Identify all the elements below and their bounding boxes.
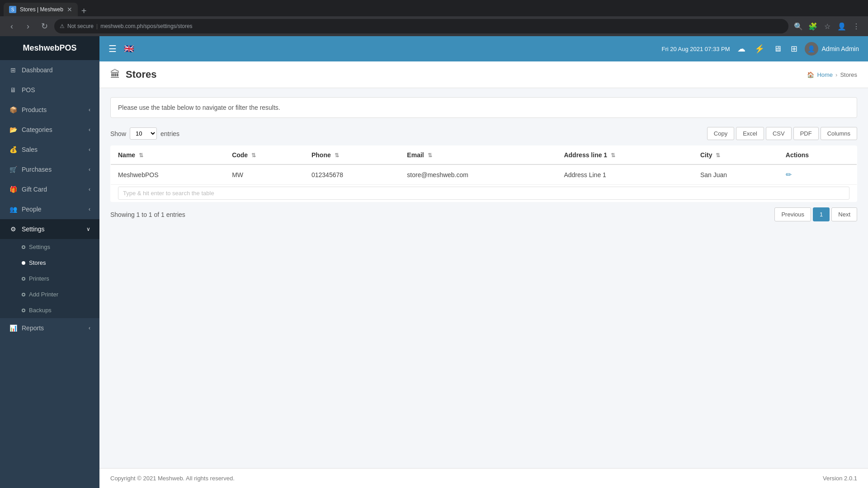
forward-button[interactable]: › <box>22 20 34 33</box>
sidebar-label-categories: Categories <box>22 126 52 133</box>
sidebar-label-people: People <box>22 206 42 213</box>
info-box: Please use the table below to navigate o… <box>110 97 857 118</box>
back-button[interactable]: ‹ <box>5 20 18 33</box>
entries-select[interactable]: 10 25 50 100 <box>130 127 157 140</box>
cell-code: MW <box>225 164 304 185</box>
page-icon: 🏛 <box>110 69 120 80</box>
sidebar-item-purchases[interactable]: 🛒 Purchases ‹ <box>0 160 99 179</box>
sidebar-label-settings: Settings <box>22 225 45 233</box>
backups-dot <box>22 309 25 312</box>
purchases-icon: 🛒 <box>9 166 17 173</box>
add-printer-dot <box>22 293 25 296</box>
reload-button[interactable]: ↻ <box>38 20 51 33</box>
sidebar-sub-label-printers: Printers <box>29 275 49 282</box>
flag-icon[interactable]: 🇬🇧 <box>124 44 134 54</box>
sidebar-item-dashboard[interactable]: ⊞ Dashboard <box>0 60 99 80</box>
search-toolbar-button[interactable]: 🔍 <box>792 20 805 33</box>
breadcrumb-home[interactable]: Home <box>817 71 833 78</box>
col-email[interactable]: Email ⇅ <box>400 146 557 165</box>
header-datetime: Fri 20 Aug 2021 07:33 PM <box>661 46 730 52</box>
showing-info: Showing 1 to 1 of 1 entries <box>110 211 185 218</box>
sidebar-item-products[interactable]: 📦 Products ‹ <box>0 100 99 120</box>
sort-city-icon: ⇅ <box>716 152 720 159</box>
profile-button[interactable]: 👤 <box>835 20 848 33</box>
search-row <box>111 185 857 202</box>
bookmark-button[interactable]: ☆ <box>821 20 834 33</box>
sidebar-label-purchases: Purchases <box>22 166 52 173</box>
sidebar-sub-printers[interactable]: Printers <box>0 271 99 286</box>
browser-tab-active[interactable]: S Stores | Meshweb ✕ <box>4 3 78 16</box>
settings-dot <box>22 245 25 249</box>
categories-icon: 📂 <box>9 126 17 133</box>
excel-button[interactable]: Excel <box>736 127 764 140</box>
sidebar-sub-stores[interactable]: Stores <box>0 255 99 271</box>
sidebar-item-pos[interactable]: 🖥 POS <box>0 80 99 100</box>
hamburger-button[interactable]: ☰ <box>108 43 117 54</box>
table-row: MeshwebPOS MW 012345678 store@meshweb.co… <box>111 164 857 185</box>
sidebar-label-giftcard: Gift Card <box>22 186 47 193</box>
cell-actions: ✏ <box>778 164 857 185</box>
tab-title: Stores | Meshweb <box>20 6 63 13</box>
monitor-icon[interactable]: 🖥 <box>772 42 783 56</box>
categories-arrow: ‹ <box>89 127 90 133</box>
sidebar-item-giftcard[interactable]: 🎁 Gift Card ‹ <box>0 179 99 199</box>
next-button[interactable]: Next <box>831 207 857 221</box>
page-1-button[interactable]: 1 <box>813 207 830 221</box>
settings-submenu: Settings Stores Printers Add Printer Bac… <box>0 239 99 318</box>
csv-button[interactable]: CSV <box>766 127 792 140</box>
pdf-button[interactable]: PDF <box>793 127 819 140</box>
grid-icon[interactable]: ⊞ <box>789 42 799 56</box>
sidebar-label-products: Products <box>22 106 47 113</box>
products-arrow: ‹ <box>89 107 90 113</box>
sidebar-sub-settings[interactable]: Settings <box>0 239 99 255</box>
cloud-icon[interactable]: ☁ <box>736 42 747 56</box>
stores-dot <box>22 261 25 265</box>
col-actions: Actions <box>778 146 857 165</box>
show-entries: Show 10 25 50 100 entries <box>110 127 179 140</box>
browser-tabs: S Stores | Meshweb ✕ + <box>4 0 90 16</box>
export-buttons: Copy Excel CSV PDF Columns <box>707 127 857 140</box>
settings-arrow: ∨ <box>86 226 90 232</box>
extensions-button[interactable]: 🧩 <box>807 20 819 33</box>
sort-code-icon: ⇅ <box>251 152 256 159</box>
content-header: 🏛 Stores 🏠 Home › Stores <box>99 61 868 88</box>
people-arrow: ‹ <box>89 206 90 212</box>
network-icon[interactable]: ⚡ <box>753 42 766 56</box>
table-footer: Showing 1 to 1 of 1 entries Previous 1 N… <box>110 207 857 221</box>
dashboard-icon: ⊞ <box>9 66 17 74</box>
col-city[interactable]: City ⇅ <box>693 146 778 165</box>
security-label: Not secure <box>67 23 94 29</box>
cell-address: Address Line 1 <box>557 164 693 185</box>
copy-button[interactable]: Copy <box>707 127 734 140</box>
sidebar-label-dashboard: Dashboard <box>22 66 53 74</box>
sidebar-item-categories[interactable]: 📂 Categories ‹ <box>0 120 99 140</box>
cell-phone: 012345678 <box>304 164 400 185</box>
col-name[interactable]: Name ⇅ <box>111 146 225 165</box>
table-search-input[interactable] <box>118 187 849 200</box>
header-user[interactable]: 👤 Admin Admin <box>805 42 859 56</box>
new-tab-button[interactable]: + <box>78 6 90 16</box>
sidebar-sub-add-printer[interactable]: Add Printer <box>0 286 99 302</box>
sidebar-item-reports[interactable]: 📊 Reports ‹ <box>0 318 99 338</box>
prev-button[interactable]: Previous <box>774 207 811 221</box>
copyright-text: Copyright © 2021 Meshweb. All rights res… <box>110 475 235 482</box>
edit-button[interactable]: ✏ <box>786 171 792 178</box>
menu-button[interactable]: ⋮ <box>850 20 863 33</box>
security-icon: ⚠ <box>60 23 65 29</box>
columns-button[interactable]: Columns <box>821 127 857 140</box>
col-phone[interactable]: Phone ⇅ <box>304 146 400 165</box>
address-text: meshweb.com.ph/spos/settings/stores <box>100 23 192 29</box>
address-bar[interactable]: ⚠ Not secure | meshweb.com.ph/spos/setti… <box>54 19 788 33</box>
tab-close-button[interactable]: ✕ <box>67 6 72 13</box>
sort-name-icon: ⇅ <box>139 152 143 159</box>
sidebar-item-people[interactable]: 👥 People ‹ <box>0 199 99 219</box>
products-icon: 📦 <box>9 106 17 113</box>
people-icon: 👥 <box>9 206 17 213</box>
sidebar-sub-backups[interactable]: Backups <box>0 302 99 318</box>
col-code[interactable]: Code ⇅ <box>225 146 304 165</box>
sidebar: MeshwebPOS ⊞ Dashboard 🖥 POS 📦 Products … <box>0 36 99 488</box>
col-address[interactable]: Address line 1 ⇅ <box>557 146 693 165</box>
sidebar-item-settings[interactable]: ⚙ Settings ∨ <box>0 219 99 239</box>
sidebar-item-sales[interactable]: 💰 Sales ‹ <box>0 140 99 160</box>
sidebar-sub-label-stores: Stores <box>29 259 46 266</box>
